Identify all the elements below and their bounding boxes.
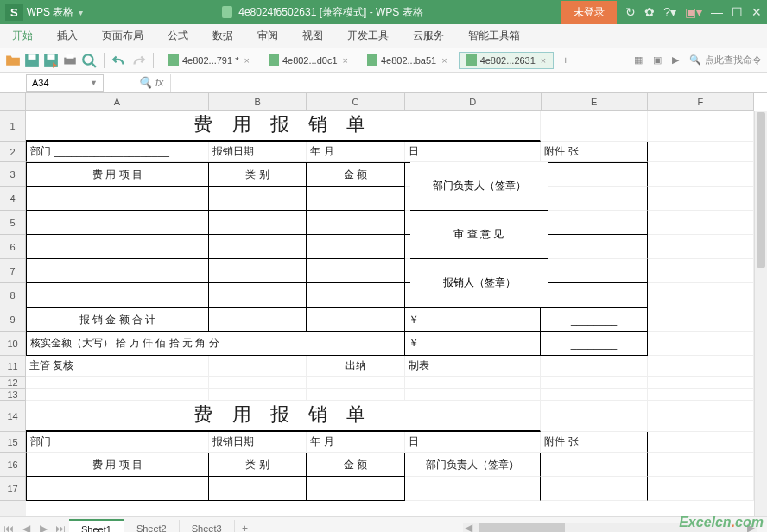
- help-icon[interactable]: ?▾: [663, 5, 676, 19]
- sheet-tab-1[interactable]: Sheet1: [69, 519, 124, 533]
- tab-close-icon[interactable]: ×: [343, 55, 348, 66]
- tab-close-icon[interactable]: ×: [244, 55, 249, 66]
- cell[interactable]: 附件 张: [541, 432, 647, 453]
- print-icon[interactable]: [62, 53, 78, 68]
- cell[interactable]: [307, 377, 404, 389]
- cell[interactable]: [648, 162, 754, 187]
- doc-tab-3[interactable]: 4e802...2631×: [459, 52, 555, 69]
- cell[interactable]: [209, 389, 307, 401]
- row-header[interactable]: 2: [0, 142, 26, 162]
- cell[interactable]: [307, 477, 404, 501]
- column-header[interactable]: C: [307, 93, 404, 111]
- cell[interactable]: 出纳: [307, 356, 404, 377]
- menu-start[interactable]: 开始: [0, 28, 45, 43]
- login-button[interactable]: 未登录: [561, 1, 617, 24]
- row-header[interactable]: 6: [0, 235, 26, 259]
- save-icon[interactable]: [24, 53, 40, 68]
- dropdown-icon[interactable]: ▼: [90, 79, 98, 87]
- cell[interactable]: [648, 211, 754, 235]
- merged-cell[interactable]: [548, 162, 656, 307]
- menu-aitools[interactable]: 智能工具箱: [456, 28, 532, 43]
- cell[interactable]: [26, 235, 209, 259]
- cell[interactable]: [209, 356, 307, 377]
- cell[interactable]: 费 用 报 销 单: [26, 401, 541, 432]
- cell[interactable]: [541, 401, 647, 432]
- row-header[interactable]: 11: [0, 356, 26, 377]
- merged-cell[interactable]: 报销人（签章）: [410, 259, 548, 307]
- cell[interactable]: [209, 377, 307, 389]
- row-header[interactable]: 1: [0, 111, 26, 142]
- search-command[interactable]: 点此查找命令: [705, 54, 762, 66]
- cell[interactable]: [648, 356, 754, 377]
- settings-icon[interactable]: ✿: [644, 5, 655, 19]
- cell[interactable]: 报销日期: [209, 432, 307, 453]
- close-button[interactable]: ✕: [751, 5, 762, 19]
- cell[interactable]: ________: [541, 332, 647, 356]
- cell[interactable]: [648, 453, 754, 477]
- cell[interactable]: [209, 259, 307, 283]
- add-sheet-button[interactable]: +: [235, 522, 256, 533]
- tab-nav-last[interactable]: ⏭: [52, 522, 69, 533]
- cell[interactable]: [648, 477, 754, 501]
- cell[interactable]: 部门 ____________________: [26, 432, 209, 453]
- horizontal-scrollbar[interactable]: ◀ ▶: [463, 522, 757, 533]
- row-header[interactable]: 14: [0, 401, 26, 432]
- cell[interactable]: [648, 389, 754, 401]
- scroll-thumb[interactable]: [479, 523, 565, 533]
- cell[interactable]: 费 用 项 目: [26, 162, 209, 187]
- cell[interactable]: 附件 张: [541, 142, 647, 162]
- row-header[interactable]: 15: [0, 432, 26, 453]
- row-header[interactable]: 3: [0, 162, 26, 187]
- cell[interactable]: [648, 187, 754, 211]
- cells-area[interactable]: 费 用 报 销 单部门 ____________________报销日期 年 月…: [26, 111, 754, 516]
- row-header[interactable]: 4: [0, 187, 26, 211]
- cell[interactable]: 金 额: [307, 453, 404, 477]
- cell[interactable]: [541, 389, 647, 401]
- cell[interactable]: [648, 235, 754, 259]
- preview-icon[interactable]: [81, 53, 97, 68]
- cell[interactable]: 类 别: [209, 453, 307, 477]
- cell[interactable]: [648, 332, 754, 356]
- cell[interactable]: [541, 356, 647, 377]
- cell[interactable]: 类 别: [209, 162, 307, 187]
- cell[interactable]: [26, 187, 209, 211]
- cell[interactable]: [648, 259, 754, 283]
- menu-view[interactable]: 视图: [290, 28, 335, 43]
- cell[interactable]: [307, 307, 404, 332]
- cell[interactable]: [209, 187, 307, 211]
- cell[interactable]: 制表: [405, 356, 542, 377]
- fx-search-icon[interactable]: 🔍: [138, 76, 152, 89]
- cell[interactable]: [26, 377, 209, 389]
- cell[interactable]: [26, 211, 209, 235]
- cell[interactable]: [405, 389, 542, 401]
- cell[interactable]: 主管 复核: [26, 356, 209, 377]
- row-header[interactable]: 5: [0, 211, 26, 235]
- cell[interactable]: ￥: [405, 307, 542, 332]
- tool-icon[interactable]: ▦: [634, 54, 643, 66]
- cell[interactable]: [307, 211, 404, 235]
- tool-icon[interactable]: ▶: [672, 54, 679, 66]
- column-header[interactable]: D: [405, 93, 542, 111]
- cell[interactable]: 金 额: [307, 162, 404, 187]
- cell[interactable]: 费 用 报 销 单: [26, 111, 541, 142]
- merged-cell[interactable]: 审 查 意 见: [410, 211, 548, 259]
- sheet-tab-3[interactable]: Sheet3: [180, 520, 235, 533]
- cell[interactable]: 年 月: [307, 142, 404, 162]
- cell[interactable]: [209, 477, 307, 501]
- cell[interactable]: ________: [541, 307, 647, 332]
- menu-insert[interactable]: 插入: [45, 28, 90, 43]
- new-tab-button[interactable]: +: [562, 54, 568, 66]
- row-header[interactable]: 9: [0, 307, 26, 332]
- sheet-tab-2[interactable]: Sheet2: [124, 520, 180, 533]
- cell[interactable]: [307, 187, 404, 211]
- cell[interactable]: [541, 111, 647, 142]
- scroll-thumb[interactable]: [757, 112, 765, 268]
- doc-tab-1[interactable]: 4e802...d0c1×: [261, 52, 356, 69]
- cell[interactable]: 部门 ____________________: [26, 142, 209, 162]
- cell[interactable]: 部门负责人（签章）: [405, 453, 542, 477]
- cell[interactable]: [307, 389, 404, 401]
- cell[interactable]: 日: [405, 432, 542, 453]
- tab-close-icon[interactable]: ×: [441, 55, 447, 66]
- sync-icon[interactable]: ↻: [625, 5, 636, 19]
- open-icon[interactable]: [5, 53, 21, 68]
